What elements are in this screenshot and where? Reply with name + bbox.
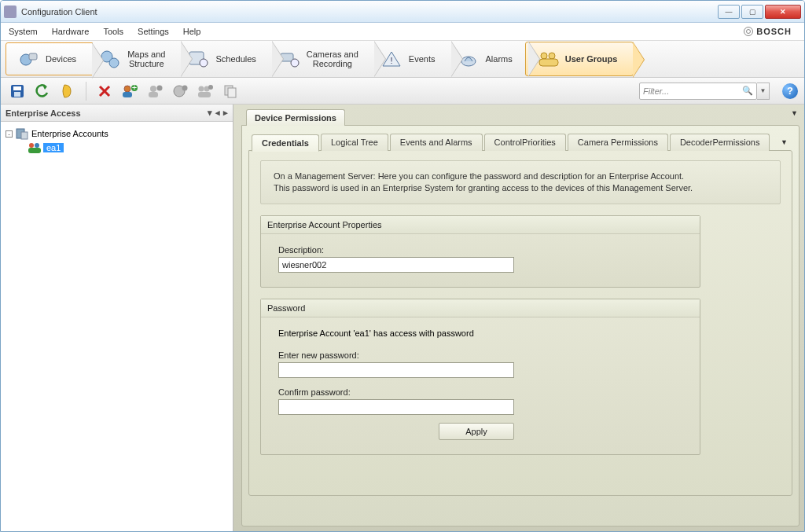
tab-camera-permissions[interactable]: Camera Permissions xyxy=(568,134,668,151)
titlebar: Configuration Client — ▢ ✕ xyxy=(1,1,804,23)
nav-cameras-label: Cameras and Recording xyxy=(307,50,358,68)
description-label: Description: xyxy=(278,245,682,255)
svg-point-11 xyxy=(541,53,547,59)
new-password-input[interactable] xyxy=(278,362,514,378)
window-title: Configuration Client xyxy=(21,7,718,17)
tree-child-label: ea1 xyxy=(43,143,64,152)
svg-rect-1 xyxy=(29,53,37,60)
svg-point-5 xyxy=(200,59,208,67)
tree-root[interactable]: - Enterprise Accounts xyxy=(4,127,230,141)
menu-settings[interactable]: Settings xyxy=(138,27,169,36)
close-button[interactable]: ✕ xyxy=(765,5,801,19)
device-permissions-tab[interactable]: Device Permissions xyxy=(246,109,345,126)
svg-point-28 xyxy=(182,85,188,90)
left-pane-controls: ▾ ◂ ▸ xyxy=(208,108,228,118)
tree-root-label: Enterprise Accounts xyxy=(31,129,108,138)
tree: - Enterprise Accounts ea1 xyxy=(1,122,233,160)
device-permissions-body: Credentials Logical Tree Events and Alar… xyxy=(241,125,799,526)
menubar: System Hardware Tools Settings Help BOSC… xyxy=(1,23,804,40)
svg-point-26 xyxy=(157,85,163,90)
apply-button[interactable]: Apply xyxy=(439,423,514,440)
tab-decoder-permissions[interactable]: DecoderPermissions xyxy=(670,134,770,151)
separator xyxy=(86,82,86,101)
nav-schedules-label: Schedules xyxy=(215,54,255,64)
svg-point-12 xyxy=(549,53,555,59)
nav-alarms-label: Alarms xyxy=(486,54,513,64)
activate-button[interactable] xyxy=(57,81,78,101)
subtabs-menu-icon[interactable]: ▼ xyxy=(776,135,792,149)
tab-credentials[interactable]: Credentials xyxy=(252,134,319,152)
filter-wrap: Filter... 🔍 ▼ xyxy=(639,83,770,100)
tab-events-alarms[interactable]: Events and Alarms xyxy=(390,134,483,151)
right-pane: Device Permissions ▼ Credentials Logical… xyxy=(233,105,804,531)
nav-devices[interactable]: Devices xyxy=(6,42,93,75)
tab-control-priorities[interactable]: ControlPriorities xyxy=(484,134,566,151)
menu-hardware[interactable]: Hardware xyxy=(52,27,90,36)
copy-button[interactable] xyxy=(220,81,241,101)
nav-usergroups[interactable]: User Groups xyxy=(525,42,634,76)
left-pane-header: Enterprise Access ▾ ◂ ▸ xyxy=(1,105,233,122)
server-icon xyxy=(16,127,28,140)
subtabs: Credentials Logical Tree Events and Alar… xyxy=(252,134,792,151)
brand-logo: BOSCH xyxy=(744,27,792,36)
search-icon: 🔍 xyxy=(742,86,753,96)
app-icon xyxy=(4,6,17,18)
nav-maps-label: Maps and Structure xyxy=(127,50,165,68)
maximize-button[interactable]: ▢ xyxy=(741,5,763,19)
devices-icon xyxy=(17,48,39,70)
pane-next-icon[interactable]: ▸ xyxy=(223,108,228,118)
add-user-gray-button[interactable] xyxy=(145,81,165,101)
users-add-button[interactable] xyxy=(195,81,215,101)
menu-tools[interactable]: Tools xyxy=(103,27,123,36)
svg-rect-15 xyxy=(13,86,21,90)
device-permissions-menu-icon[interactable]: ▼ xyxy=(791,109,798,117)
undo-button[interactable] xyxy=(32,81,53,101)
tree-child[interactable]: ea1 xyxy=(26,141,230,155)
svg-rect-36 xyxy=(21,132,28,139)
svg-point-29 xyxy=(199,86,204,91)
tab-logical-tree[interactable]: Logical Tree xyxy=(321,134,388,151)
confirm-password-input[interactable] xyxy=(278,399,514,415)
svg-point-7 xyxy=(291,59,299,67)
menu-system[interactable]: System xyxy=(9,27,38,36)
confirm-password-label: Confirm password: xyxy=(278,387,682,397)
new-password-label: Enter new password: xyxy=(278,350,682,360)
globe-add-button[interactable] xyxy=(170,81,190,101)
usergroups-icon xyxy=(537,48,559,70)
svg-text:!: ! xyxy=(390,56,392,65)
svg-point-24 xyxy=(150,86,156,92)
svg-point-38 xyxy=(35,143,39,148)
svg-rect-25 xyxy=(149,92,158,97)
nav-events-label: Events xyxy=(409,54,436,64)
delete-button[interactable] xyxy=(94,81,115,101)
group-account-properties: Enterprise Account Properties Descriptio… xyxy=(260,215,700,288)
info-line-1: On a Management Server: Here you can con… xyxy=(274,171,767,182)
toolbar: + Filter... 🔍 ▼ ? xyxy=(1,78,804,105)
pane-prev-icon[interactable]: ◂ xyxy=(215,108,220,118)
main-area: Enterprise Access ▾ ◂ ▸ - Enterprise Acc… xyxy=(1,105,804,531)
svg-point-37 xyxy=(29,143,34,148)
group-password: Password Enterprise Account 'ea1' has ac… xyxy=(260,299,700,455)
password-status: Enterprise Account 'ea1' has access with… xyxy=(278,328,682,338)
svg-point-20 xyxy=(124,86,130,92)
filter-placeholder: Filter... xyxy=(643,86,669,96)
menu-help[interactable]: Help xyxy=(183,27,201,36)
help-button[interactable]: ? xyxy=(782,83,798,99)
svg-point-32 xyxy=(208,85,213,90)
collapse-icon[interactable]: - xyxy=(6,130,13,138)
credentials-panel: On a Management Server: Here you can con… xyxy=(248,150,792,496)
svg-point-3 xyxy=(109,58,119,68)
group-account-title: Enterprise Account Properties xyxy=(261,216,700,234)
pane-menu-icon[interactable]: ▾ xyxy=(208,108,212,118)
filter-input[interactable]: Filter... 🔍 xyxy=(639,83,757,100)
nav-usergroups-label: User Groups xyxy=(565,54,618,64)
save-button[interactable] xyxy=(7,81,28,101)
info-line-2: This password is used in an Enterprise S… xyxy=(274,182,767,194)
add-user-button[interactable]: + xyxy=(119,81,140,101)
filter-dropdown[interactable]: ▼ xyxy=(757,83,770,100)
brand-ring-icon xyxy=(744,27,753,36)
minimize-button[interactable]: — xyxy=(718,5,740,19)
left-pane-title: Enterprise Access xyxy=(6,108,81,118)
description-input[interactable] xyxy=(278,257,514,273)
svg-text:+: + xyxy=(132,83,137,92)
